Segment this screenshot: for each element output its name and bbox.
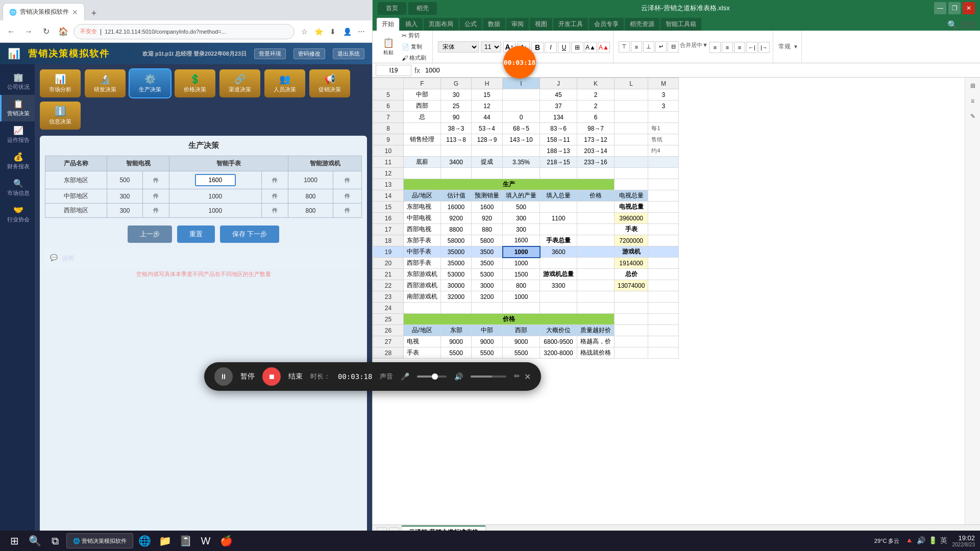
recording-close-btn[interactable]: ✕: [524, 372, 531, 382]
cell-F10[interactable]: [404, 145, 441, 157]
cell-H22[interactable]: 3000: [472, 280, 503, 291]
next-btn[interactable]: 保存 下一步: [220, 226, 280, 243]
cell-J10[interactable]: 188→13: [540, 145, 577, 157]
promo-decision-btn[interactable]: 📢 促销决策: [309, 69, 350, 97]
sidebar-item-marketing[interactable]: 📋 营销决策: [0, 95, 35, 121]
cell-K16[interactable]: [577, 213, 615, 224]
cell-I7[interactable]: 0: [503, 112, 540, 123]
cell-H20[interactable]: 3500: [472, 258, 503, 269]
start-menu-btn[interactable]: ⊞: [5, 532, 23, 550]
cell-K26[interactable]: 质量越好价: [577, 325, 615, 336]
cell-L23[interactable]: [615, 291, 648, 303]
cell-K11[interactable]: 233→16: [577, 157, 615, 168]
address-bar[interactable]: 不安全 | 121.42.10.114:5010/companyInfo.do?…: [74, 24, 295, 39]
cell-H5[interactable]: 15: [472, 89, 503, 101]
cell-I16[interactable]: 300: [503, 213, 540, 224]
cell-L21[interactable]: 总价: [615, 269, 648, 280]
cell-F7[interactable]: 总: [404, 112, 441, 123]
cell-M18[interactable]: [648, 235, 679, 246]
cell-L16[interactable]: 3960000: [615, 213, 648, 224]
cell-G24[interactable]: [441, 303, 472, 314]
indent-inc-btn[interactable]: |→: [758, 42, 770, 53]
taskbar-edge-btn[interactable]: 🌐: [135, 532, 154, 550]
cell-J9[interactable]: 158→11: [540, 134, 577, 145]
task-view-btn[interactable]: ⧉: [46, 532, 64, 550]
cell-H19[interactable]: 3500: [472, 246, 503, 258]
cell-J14[interactable]: 填入总量: [540, 190, 577, 202]
cell-J26[interactable]: 大概价位: [540, 325, 577, 336]
volume-slider[interactable]: [471, 375, 506, 378]
cell-F22[interactable]: 西部游戏机: [404, 280, 441, 291]
cell-H28[interactable]: 5500: [472, 347, 503, 359]
cell-L13[interactable]: [615, 179, 648, 190]
cell-L5[interactable]: [615, 89, 648, 101]
cell-M25[interactable]: [648, 314, 679, 325]
profile-btn[interactable]: 👤: [340, 25, 354, 38]
cell-J7[interactable]: 134: [540, 112, 577, 123]
cell-L9[interactable]: [615, 134, 648, 145]
cell-M12[interactable]: [648, 168, 679, 179]
recording-pause-btn[interactable]: ⏸: [214, 367, 233, 386]
cell-L6[interactable]: [615, 101, 648, 112]
cell-I24[interactable]: [503, 303, 540, 314]
bold-btn[interactable]: B: [531, 42, 544, 53]
cell-L17[interactable]: 手表: [615, 224, 648, 235]
cell-G6[interactable]: 25: [441, 101, 472, 112]
merge-center-btn[interactable]: ⊟: [668, 41, 679, 53]
cell-L27[interactable]: [615, 336, 648, 347]
cell-K20[interactable]: [577, 258, 615, 269]
cell-L15[interactable]: 电视总量: [615, 202, 648, 213]
cell-F24[interactable]: [404, 303, 441, 314]
cell-J5[interactable]: 45: [540, 89, 577, 101]
format-painter-btn[interactable]: 🖌 格式刷: [399, 53, 429, 63]
align-left-btn[interactable]: ≡: [709, 42, 721, 53]
cell-K9[interactable]: 173→12: [577, 134, 615, 145]
cell-I19[interactable]: 1000: [503, 246, 540, 258]
cell-L10[interactable]: [615, 145, 648, 157]
cell-F21[interactable]: 东部游戏机: [404, 269, 441, 280]
speaker-icon[interactable]: 🔊: [917, 536, 925, 545]
cell-K28[interactable]: 格战就价格: [577, 347, 615, 359]
cell-G23[interactable]: 32000: [441, 291, 472, 303]
cell-G8[interactable]: 38→3: [441, 123, 472, 134]
pen-tool-icon[interactable]: ✏: [514, 372, 520, 382]
new-tab-btn[interactable]: +: [87, 6, 101, 20]
cell-I20[interactable]: 1000: [503, 258, 540, 269]
exit-btn[interactable]: 退出系统: [333, 48, 364, 59]
cell-L28[interactable]: [615, 347, 648, 359]
cell-M20[interactable]: [648, 258, 679, 269]
cell-I27[interactable]: 9000: [503, 336, 540, 347]
cell-K14[interactable]: 价格: [577, 190, 615, 202]
cell-H14[interactable]: 预测销量: [472, 190, 503, 202]
cell-M15[interactable]: [648, 202, 679, 213]
align-middle-btn[interactable]: ≡: [631, 41, 642, 53]
keyboard-lang-icon[interactable]: 英: [940, 536, 947, 545]
cell-I23[interactable]: 1000: [503, 291, 540, 303]
cell-I8[interactable]: 68→5: [503, 123, 540, 134]
cell-F16[interactable]: 中部电视: [404, 213, 441, 224]
cell-M6[interactable]: 3: [648, 101, 679, 112]
ribbon-tab-formula[interactable]: 公式: [459, 18, 482, 31]
cell-M19[interactable]: [648, 246, 679, 258]
sidebar-item-finance[interactable]: 💰 财务报表: [0, 148, 35, 174]
home-btn[interactable]: 🏠: [56, 24, 70, 39]
cell-H12[interactable]: [472, 168, 503, 179]
cell-G5[interactable]: 30: [441, 89, 472, 101]
excel-restore-btn[interactable]: ❐: [948, 2, 961, 14]
font-size-select[interactable]: 11: [481, 41, 501, 53]
cell-F11[interactable]: 底薪: [404, 157, 441, 168]
cell-F6[interactable]: 西部: [404, 101, 441, 112]
sidebar-item-market-info[interactable]: 🔍 市场信息: [0, 174, 35, 201]
cell-L22[interactable]: 13074000: [615, 280, 648, 291]
cell-M11[interactable]: [648, 157, 679, 168]
cell-H11[interactable]: 提成: [472, 157, 503, 168]
watch-east-input-cell[interactable]: [169, 171, 261, 189]
cell-G20[interactable]: 35000: [441, 258, 472, 269]
cell-L12[interactable]: [615, 168, 648, 179]
cell-L20[interactable]: 1914000: [615, 258, 648, 269]
cell-F12[interactable]: [404, 168, 441, 179]
cell-I11[interactable]: 3.35%: [503, 157, 540, 168]
taskbar-app2-btn[interactable]: 🍎: [217, 532, 235, 550]
taskbar-explorer-btn[interactable]: 📁: [156, 532, 174, 550]
cell-H24[interactable]: [472, 303, 503, 314]
